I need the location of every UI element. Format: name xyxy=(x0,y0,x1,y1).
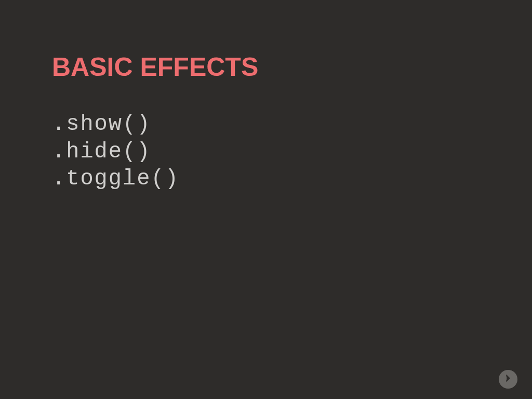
code-line-hide: .hide() xyxy=(52,138,480,166)
slide-title: BASIC EFFECTS xyxy=(52,52,480,82)
code-line-toggle: .toggle() xyxy=(52,165,480,193)
code-block: .show() .hide() .toggle() xyxy=(52,111,480,193)
next-slide-button[interactable] xyxy=(499,370,517,389)
code-line-show: .show() xyxy=(52,111,480,138)
arrow-right-icon xyxy=(502,373,514,386)
slide-content: BASIC EFFECTS .show() .hide() .toggle() xyxy=(0,0,532,399)
